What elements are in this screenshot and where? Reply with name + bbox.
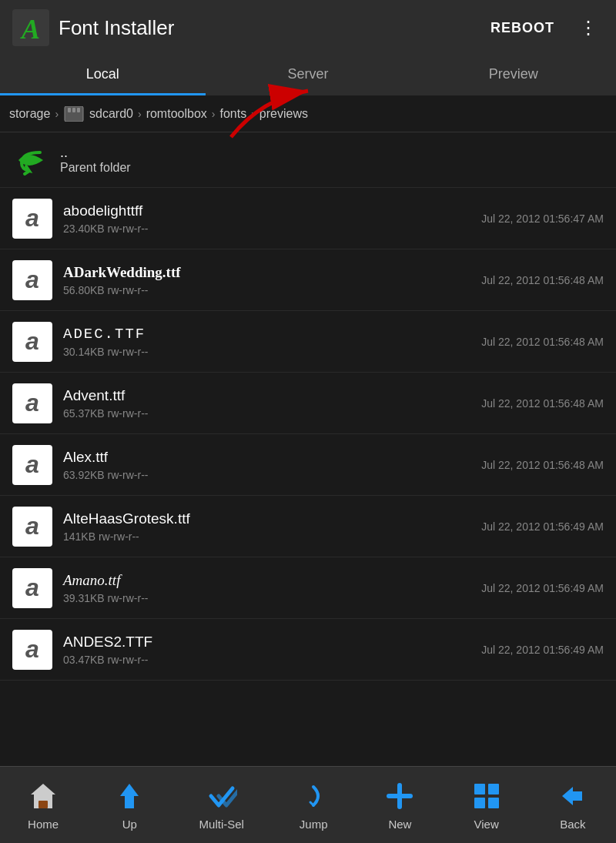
svg-rect-13 xyxy=(488,784,499,794)
file-name: Amano.ttf xyxy=(63,572,470,589)
bottom-navigation: Home Up Multi-Sel Jump xyxy=(0,766,616,843)
nav-back-label: Back xyxy=(560,818,585,831)
file-date: Jul 22, 2012 01:56:49 AM xyxy=(481,582,604,594)
parent-dots: .. xyxy=(60,145,131,161)
file-name: ADEC.TTF xyxy=(63,326,470,343)
up-icon xyxy=(112,779,146,813)
jump-icon xyxy=(296,779,330,813)
back-arrow-icon xyxy=(12,142,49,179)
file-row[interactable]: aANDES2.TTF03.47KB rw-rw-r--Jul 22, 2012… xyxy=(0,619,616,681)
file-date: Jul 22, 2012 01:56:49 AM xyxy=(481,644,604,656)
multisel-icon xyxy=(205,779,239,813)
nav-multisel-label: Multi-Sel xyxy=(199,818,244,831)
parent-folder-label: Parent folder xyxy=(60,161,131,174)
file-meta: 23.40KB rw-rw-r-- xyxy=(63,222,470,235)
file-name: AlteHaasGrotesk.ttf xyxy=(63,510,470,527)
nav-new[interactable]: New xyxy=(373,773,426,837)
file-icon: a xyxy=(12,383,52,423)
svg-rect-15 xyxy=(488,798,499,808)
file-list: aabodelighttff23.40KB rw-rw-r--Jul 22, 2… xyxy=(0,188,616,681)
nav-home[interactable]: Home xyxy=(17,773,69,837)
tab-server[interactable]: Server xyxy=(206,55,411,95)
breadcrumb-sdcard[interactable]: sdcard0 xyxy=(89,107,133,121)
file-name: Advent.ttf xyxy=(63,387,470,404)
file-date: Jul 22, 2012 01:56:48 AM xyxy=(481,274,604,286)
home-icon xyxy=(26,779,60,813)
file-row[interactable]: aabodelighttff23.40KB rw-rw-r--Jul 22, 2… xyxy=(0,188,616,249)
back-icon xyxy=(556,779,590,813)
reboot-button[interactable]: REBOOT xyxy=(481,14,564,42)
breadcrumb-romtoolbox[interactable]: romtoolbox xyxy=(146,107,207,121)
breadcrumb-storage[interactable]: storage xyxy=(9,107,50,121)
file-meta: 39.31KB rw-rw-r-- xyxy=(63,592,470,604)
view-icon xyxy=(470,779,504,813)
app-title: Font Installer xyxy=(59,16,472,40)
file-meta: 63.92KB rw-rw-r-- xyxy=(63,469,470,481)
breadcrumb: storage › sdcard0 › romtoolbox › fonts ›… xyxy=(0,95,616,132)
parent-folder-row[interactable]: .. Parent folder xyxy=(0,132,616,188)
file-row[interactable]: aAmano.ttf39.31KB rw-rw-r--Jul 22, 2012 … xyxy=(0,557,616,619)
svg-rect-6 xyxy=(77,108,80,112)
file-date: Jul 22, 2012 01:56:47 AM xyxy=(481,212,604,225)
file-icon: a xyxy=(12,507,52,547)
file-icon: a xyxy=(12,630,52,670)
tab-local[interactable]: Local xyxy=(0,55,206,95)
file-row[interactable]: aADarkWedding.ttf56.80KB rw-rw-r--Jul 22… xyxy=(0,249,616,311)
sdcard-icon xyxy=(63,106,85,122)
app-logo-icon: A xyxy=(12,9,49,46)
file-row[interactable]: aADEC.TTF30.14KB rw-rw-r--Jul 22, 2012 0… xyxy=(0,311,616,373)
file-icon: a xyxy=(12,568,52,608)
file-date: Jul 22, 2012 01:56:49 AM xyxy=(481,520,604,533)
file-icon: a xyxy=(12,199,52,239)
file-name: Alex.ttf xyxy=(63,449,470,466)
svg-rect-8 xyxy=(38,801,48,808)
nav-home-label: Home xyxy=(28,818,59,831)
file-icon: a xyxy=(12,322,52,362)
nav-up-label: Up xyxy=(122,818,137,831)
file-row[interactable]: aAdvent.ttf65.37KB rw-rw-r--Jul 22, 2012… xyxy=(0,373,616,434)
svg-rect-12 xyxy=(474,784,485,794)
file-date: Jul 22, 2012 01:56:48 AM xyxy=(481,397,604,410)
nav-jump[interactable]: Jump xyxy=(287,773,340,837)
file-date: Jul 22, 2012 01:56:48 AM xyxy=(481,459,604,471)
file-icon: a xyxy=(12,445,52,485)
nav-multisel[interactable]: Multi-Sel xyxy=(190,773,253,837)
more-options-button[interactable]: ⋮ xyxy=(573,11,604,45)
app-header: A Font Installer REBOOT ⋮ xyxy=(0,0,616,55)
file-name: ANDES2.TTF xyxy=(63,634,470,651)
file-meta: 65.37KB rw-rw-r-- xyxy=(63,407,470,420)
file-meta: 03.47KB rw-rw-r-- xyxy=(63,654,470,666)
nav-jump-label: Jump xyxy=(300,818,328,831)
nav-view[interactable]: View xyxy=(460,773,513,837)
nav-back[interactable]: Back xyxy=(547,773,599,837)
svg-rect-4 xyxy=(68,108,71,112)
file-date: Jul 22, 2012 01:56:48 AM xyxy=(481,336,604,348)
svg-rect-5 xyxy=(72,108,75,112)
file-row[interactable]: aAlteHaasGrotesk.ttf141KB rw-rw-r--Jul 2… xyxy=(0,496,616,557)
tab-bar: Local Server Preview xyxy=(0,55,616,95)
file-meta: 30.14KB rw-rw-r-- xyxy=(63,346,470,358)
file-row[interactable]: aAlex.ttf63.92KB rw-rw-r--Jul 22, 2012 0… xyxy=(0,434,616,496)
file-name: abodelighttff xyxy=(63,202,470,219)
tab-preview[interactable]: Preview xyxy=(410,55,616,95)
svg-rect-14 xyxy=(474,798,485,808)
nav-new-label: New xyxy=(388,818,411,831)
file-meta: 56.80KB rw-rw-r-- xyxy=(63,284,470,296)
breadcrumb-fonts[interactable]: fonts xyxy=(219,107,246,121)
svg-text:A: A xyxy=(20,14,40,45)
nav-up[interactable]: Up xyxy=(103,773,156,837)
file-meta: 141KB rw-rw-r-- xyxy=(63,530,470,543)
svg-marker-9 xyxy=(120,784,139,808)
breadcrumb-previews[interactable]: previews xyxy=(259,107,308,121)
file-name: ADarkWedding.ttf xyxy=(63,264,470,281)
nav-view-label: View xyxy=(474,818,499,831)
new-icon xyxy=(383,779,417,813)
file-icon: a xyxy=(12,260,52,300)
